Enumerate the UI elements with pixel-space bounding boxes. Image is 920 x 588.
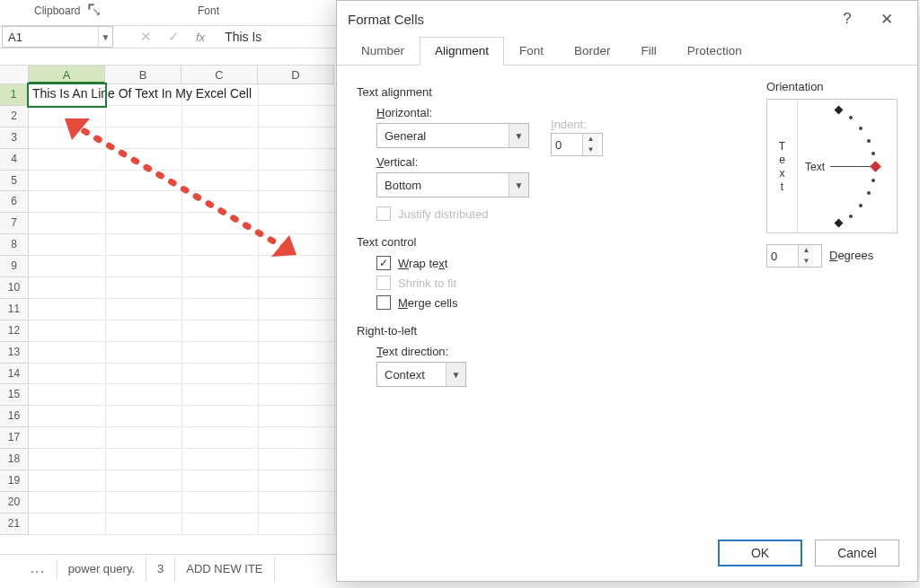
spin-up-icon[interactable]: ▲ bbox=[582, 134, 598, 145]
justify-distributed-label: Justify distributed bbox=[398, 207, 488, 221]
row-header[interactable]: 2 bbox=[0, 106, 29, 127]
degrees-spinner[interactable]: ▲▼ bbox=[766, 244, 822, 268]
orientation-vertical-text[interactable]: Text bbox=[767, 100, 798, 233]
row-header[interactable]: 20 bbox=[0, 492, 29, 513]
row-header[interactable]: 21 bbox=[0, 513, 29, 535]
name-box-dropdown[interactable]: ▼ bbox=[98, 27, 112, 47]
name-box[interactable]: A1 ▼ bbox=[2, 26, 113, 48]
vertical-label: Vertical: bbox=[376, 155, 418, 169]
spin-down-icon[interactable]: ▼ bbox=[582, 145, 598, 155]
orientation-panel: Orientation Text Text bbox=[766, 80, 898, 268]
shrink-to-fit-label: Shrink to fit bbox=[398, 276, 456, 290]
text-direction-select[interactable]: Context ▼ bbox=[376, 362, 466, 387]
degrees-value[interactable] bbox=[767, 250, 798, 263]
sheet-nav-dots[interactable]: ... bbox=[0, 562, 57, 575]
sheet-tab-bar: ... power query. 3 ADD NEW ITE bbox=[0, 554, 336, 583]
horizontal-label: HHorizontal:orizontal: bbox=[376, 106, 432, 119]
app-root: { "ribbon": { "clipboard": "Clipboard", … bbox=[0, 0, 920, 588]
help-icon[interactable]: ? bbox=[827, 10, 867, 28]
dialog-titlebar[interactable]: Format Cells ? ✕ bbox=[337, 1, 917, 37]
dialog-title: Format Cells bbox=[348, 12, 827, 27]
dialog-launcher-icon[interactable] bbox=[88, 4, 101, 16]
worksheet-grid[interactable]: 1 2 3 4 5 6 7 8 9 10 11 12 13 14 15 16 1… bbox=[0, 84, 336, 535]
shrink-to-fit-checkbox bbox=[376, 276, 391, 290]
degrees-label: Degrees bbox=[829, 249, 873, 262]
column-header-row: A B C D bbox=[0, 65, 334, 84]
rtl-heading: Right-to-left bbox=[357, 324, 898, 338]
row-header[interactable]: 7 bbox=[0, 213, 29, 234]
chevron-down-icon[interactable]: ▼ bbox=[446, 363, 465, 386]
active-cell-a1[interactable] bbox=[29, 84, 105, 106]
ribbon-group-font: Font bbox=[198, 4, 219, 17]
row-header[interactable]: 1 bbox=[0, 84, 29, 106]
indent-label: Indent: bbox=[551, 118, 603, 131]
horizontal-value: General bbox=[377, 129, 509, 143]
row-header[interactable]: 8 bbox=[0, 234, 29, 256]
orientation-text-label: Text bbox=[805, 161, 825, 173]
tab-number[interactable]: Number bbox=[346, 37, 420, 66]
chevron-down-icon[interactable]: ▼ bbox=[509, 124, 528, 147]
row-header[interactable]: 13 bbox=[0, 342, 29, 364]
formula-bar-text[interactable]: This Is bbox=[225, 30, 261, 44]
close-icon[interactable]: ✕ bbox=[867, 10, 907, 29]
cancel-button[interactable]: Cancel bbox=[815, 540, 899, 566]
sheet-tab[interactable]: 3 bbox=[146, 557, 175, 582]
format-cells-dialog: Format Cells ? ✕ Number Alignment Font B… bbox=[336, 0, 918, 582]
orientation-handle[interactable] bbox=[870, 161, 881, 172]
spin-up-icon[interactable]: ▲ bbox=[798, 245, 814, 256]
vertical-value: Bottom bbox=[377, 179, 509, 192]
row-header[interactable]: 14 bbox=[0, 364, 29, 385]
orientation-control[interactable]: Text Text bbox=[766, 99, 898, 233]
column-header-c[interactable]: C bbox=[181, 66, 258, 83]
tab-font[interactable]: Font bbox=[504, 37, 559, 66]
indent-spinner[interactable]: ▲▼ bbox=[551, 133, 603, 156]
horizontal-select[interactable]: General ▼ bbox=[376, 123, 529, 148]
row-header[interactable]: 18 bbox=[0, 449, 29, 470]
formula-bar-row: A1 ▼ ✕ ✓ fx This Is bbox=[0, 25, 336, 48]
column-header-d[interactable]: D bbox=[258, 66, 334, 83]
sheet-tab[interactable]: ADD NEW ITE bbox=[175, 557, 274, 582]
fx-icon[interactable]: fx bbox=[196, 31, 205, 44]
merge-cells-label: Merge cells bbox=[398, 296, 457, 310]
dialog-button-row: OK Cancel bbox=[718, 540, 899, 566]
row-header[interactable]: 16 bbox=[0, 406, 29, 427]
tab-border[interactable]: Border bbox=[559, 37, 626, 66]
row-header[interactable]: 6 bbox=[0, 191, 29, 213]
indent-group: Indent: ▲▼ bbox=[551, 118, 603, 156]
tab-protection[interactable]: Protection bbox=[672, 37, 757, 66]
spin-down-icon[interactable]: ▼ bbox=[798, 256, 814, 267]
chevron-down-icon[interactable]: ▼ bbox=[509, 173, 528, 197]
enter-icon[interactable]: ✓ bbox=[168, 29, 180, 45]
cancel-icon[interactable]: ✕ bbox=[140, 29, 152, 45]
column-header-a[interactable]: A bbox=[29, 66, 105, 83]
row-header[interactable]: 10 bbox=[0, 277, 29, 299]
sheet-tab[interactable]: power query. bbox=[58, 557, 146, 582]
row-header[interactable]: 11 bbox=[0, 299, 29, 320]
wrap-text-checkbox[interactable]: ✓ bbox=[376, 256, 391, 270]
row-header[interactable]: 15 bbox=[0, 384, 29, 406]
select-all-corner[interactable] bbox=[0, 66, 29, 83]
name-box-value: A1 bbox=[3, 31, 98, 44]
ok-button[interactable]: OK bbox=[718, 540, 802, 566]
row-header[interactable]: 19 bbox=[0, 470, 29, 492]
row-header[interactable]: 12 bbox=[0, 320, 29, 342]
vertical-select[interactable]: Bottom ▼ bbox=[376, 172, 529, 197]
row-header[interactable]: 9 bbox=[0, 256, 29, 277]
text-direction-value: Context bbox=[377, 368, 446, 382]
indent-value[interactable] bbox=[552, 138, 582, 152]
row-header[interactable]: 4 bbox=[0, 149, 29, 171]
column-header-b[interactable]: B bbox=[105, 66, 181, 83]
dialog-body: Text alignment HHorizontal:orizontal: Ge… bbox=[337, 66, 917, 407]
merge-cells-checkbox[interactable] bbox=[376, 295, 391, 310]
row-header[interactable]: 5 bbox=[0, 171, 29, 192]
row-header[interactable]: 17 bbox=[0, 427, 29, 449]
tab-fill[interactable]: Fill bbox=[626, 37, 672, 66]
formula-bar-controls: ✕ ✓ fx bbox=[140, 29, 205, 45]
tab-alignment[interactable]: Alignment bbox=[420, 37, 504, 66]
dialog-tabstrip: Number Alignment Font Border Fill Protec… bbox=[337, 37, 917, 66]
orientation-heading: Orientation bbox=[766, 80, 898, 93]
ribbon-group-clipboard: Clipboard bbox=[34, 4, 80, 17]
text-direction-label: Text direction: bbox=[376, 345, 448, 358]
row-header[interactable]: 3 bbox=[0, 127, 29, 149]
wrap-text-label: Wrap text bbox=[398, 257, 447, 270]
